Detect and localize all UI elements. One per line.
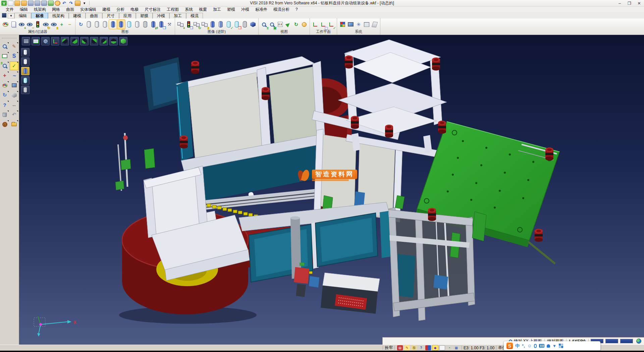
menu-item-dimension[interactable]: 尺寸标注 bbox=[142, 7, 164, 12]
system-grid-table-icon[interactable] bbox=[363, 20, 371, 29]
tab-die[interactable]: 冲模 bbox=[153, 13, 169, 18]
menu-item-edit[interactable]: 编辑 bbox=[17, 7, 31, 12]
new-file-icon[interactable] bbox=[8, 1, 13, 6]
view-cube-iso-wire-icon[interactable] bbox=[61, 37, 69, 45]
reference-gift-icon[interactable] bbox=[425, 345, 431, 350]
cylinder-wireframe-3-icon[interactable] bbox=[101, 20, 109, 29]
cylinder-copy-orange-icon[interactable]: ❐ bbox=[233, 20, 241, 29]
delete-trash-icon[interactable] bbox=[1, 111, 9, 119]
toggle-visibility-eye-icon[interactable]: ± bbox=[50, 20, 58, 29]
system-color-squares-icon[interactable] bbox=[338, 20, 346, 29]
cylinder-group-arrows-icon[interactable]: ⇄ bbox=[149, 20, 157, 29]
open-folder-icon[interactable] bbox=[10, 120, 18, 128]
options-flame-icon[interactable] bbox=[75, 1, 80, 6]
render-wireframe-icon[interactable] bbox=[21, 48, 30, 56]
cylinder-wireframe-1-icon[interactable] bbox=[85, 20, 93, 29]
view-orientation-face-icon[interactable] bbox=[300, 20, 308, 29]
zoom-window-icon[interactable]: ▣ bbox=[268, 20, 276, 29]
save-copy-icon[interactable] bbox=[41, 1, 47, 6]
graphics-tools-wrench-icon[interactable]: ⚒ bbox=[165, 20, 173, 29]
blue-window-icon[interactable] bbox=[10, 81, 18, 89]
zoom-plus-minus-icon[interactable]: ± bbox=[260, 20, 268, 29]
system-star-icon[interactable]: ✳ bbox=[355, 20, 363, 29]
cylinder-copy-icon[interactable]: ❐ bbox=[157, 20, 165, 29]
curve-pencil-icon[interactable]: S bbox=[10, 52, 18, 60]
filter-traffic-light-icon[interactable] bbox=[34, 20, 42, 29]
punctuation-icon[interactable]: °, bbox=[522, 343, 525, 348]
lock-label[interactable]: 拴牢 bbox=[385, 345, 393, 351]
chinese-mode-icon[interactable]: 中 bbox=[515, 343, 520, 349]
tab-modeling[interactable]: 建模 bbox=[69, 13, 86, 18]
cylinder-check-icon[interactable]: ✓ bbox=[225, 20, 233, 29]
view-cube-bottom-icon[interactable] bbox=[70, 37, 79, 45]
system-tilted-page-icon[interactable] bbox=[371, 20, 379, 29]
frame-select-icon[interactable] bbox=[1, 52, 9, 60]
cylinder-striped-icon[interactable] bbox=[217, 20, 225, 29]
remove-minus-icon[interactable]: − bbox=[66, 20, 74, 29]
toolbox-grid-icon[interactable] bbox=[559, 344, 563, 348]
cylinder-hatched-icon[interactable] bbox=[141, 20, 149, 29]
solids-add-plus-icon[interactable]: + bbox=[176, 20, 184, 29]
cylinder-shaded-selected-icon[interactable] bbox=[117, 20, 125, 29]
tab-machining[interactable]: 加工 bbox=[169, 13, 186, 18]
workplane-axes-box-icon[interactable]: ▢ bbox=[319, 20, 327, 29]
measure-distance-icon[interactable]: ↔ bbox=[10, 101, 18, 109]
menu-item-modeling[interactable]: 建模 bbox=[99, 7, 113, 12]
zoom-arrow-icon[interactable] bbox=[284, 20, 292, 29]
menu-item-mould[interactable]: 塑模 bbox=[224, 7, 238, 12]
confirm-check-icon[interactable]: ✓ bbox=[10, 62, 18, 70]
save-icon[interactable] bbox=[28, 1, 34, 6]
render-translucent-icon[interactable] bbox=[21, 76, 30, 85]
menu-item-file[interactable]: 文件 bbox=[3, 7, 17, 12]
undo-arrow-icon[interactable]: ↶ bbox=[10, 111, 18, 119]
attributes-palette-icon[interactable] bbox=[1, 20, 9, 29]
add-plus-icon[interactable]: + bbox=[58, 20, 66, 29]
tab-surface[interactable]: 曲面 bbox=[86, 13, 102, 18]
zoom-plus-minus-icon[interactable]: ± bbox=[1, 62, 9, 70]
zoom-dynamic-magnifier-icon[interactable] bbox=[41, 37, 50, 45]
menu-item-standard-parts[interactable]: 标准件 bbox=[252, 7, 270, 12]
cylinder-solid-blue-icon[interactable] bbox=[209, 20, 217, 29]
clothes-shirt-icon[interactable]: ▼ bbox=[552, 344, 556, 348]
color-swatch-3[interactable] bbox=[620, 339, 633, 343]
cylinder-shaded-blue-icon[interactable] bbox=[109, 20, 117, 29]
page-white-icon[interactable] bbox=[439, 345, 445, 350]
3d-viewport[interactable]: X 智造资料网 bbox=[19, 35, 644, 345]
cylinder-wire-icon[interactable] bbox=[241, 20, 249, 29]
undo-icon[interactable]: ↶ bbox=[61, 1, 67, 6]
pencil-edit-icon[interactable]: ✎ bbox=[10, 42, 18, 50]
refresh-visibility-eye-icon[interactable]: ↻ bbox=[42, 20, 50, 29]
solids-traffic-light-icon[interactable]: ❐ bbox=[184, 20, 193, 29]
sogou-logo-icon[interactable]: S bbox=[506, 343, 513, 349]
gray-cube-icon[interactable] bbox=[10, 91, 18, 99]
help-question-blue-icon[interactable]: ? bbox=[418, 345, 424, 350]
menu-item-system[interactable]: 系统 bbox=[182, 7, 196, 12]
redo-icon[interactable]: ↷ bbox=[68, 1, 74, 6]
view-cube-solid-icon[interactable] bbox=[119, 37, 127, 45]
refresh-view-icon[interactable]: ↻ bbox=[292, 20, 300, 29]
sidebar-grip[interactable] bbox=[2, 36, 17, 38]
workplane-axes-green-icon[interactable]: ✓ bbox=[327, 20, 335, 29]
color-swatch-2[interactable] bbox=[605, 339, 618, 343]
menu-item-analysis[interactable]: 分析 bbox=[113, 7, 127, 12]
show-entities-eye-plus-icon[interactable]: + bbox=[17, 20, 25, 29]
refresh-wireframe-icon[interactable]: ↻ bbox=[77, 20, 85, 29]
view-menu-hamburger-icon[interactable] bbox=[22, 37, 30, 45]
freehand-curve-icon[interactable]: ∼ bbox=[10, 72, 18, 80]
menu-item-flow-analysis[interactable]: 模流分析 bbox=[270, 7, 292, 12]
menu-item-solid-edit[interactable]: 实体编辑 bbox=[77, 7, 99, 12]
tab-mould[interactable]: 塑膜 bbox=[136, 13, 153, 18]
open-folder-icon[interactable] bbox=[14, 1, 20, 6]
solids-refresh-icon[interactable]: ↻ bbox=[193, 20, 201, 29]
tab-flow[interactable]: 模流 bbox=[186, 13, 203, 18]
cylinder-translucent-icon[interactable] bbox=[125, 20, 133, 29]
cylinder-light-icon[interactable] bbox=[133, 20, 141, 29]
menu-item-machining[interactable]: 加工 bbox=[210, 7, 224, 12]
search-orange-icon[interactable] bbox=[55, 1, 60, 6]
triad-axes-icon[interactable] bbox=[51, 37, 59, 45]
navigation-wheel-icon[interactable] bbox=[1, 120, 9, 128]
menu-item-progress[interactable]: 冲模 bbox=[238, 7, 252, 12]
magnifier-edit-icon[interactable] bbox=[1, 42, 9, 50]
quick-access-dropdown-icon[interactable]: ▾ bbox=[82, 1, 87, 6]
tab-standard[interactable]: 标准 bbox=[31, 13, 48, 18]
